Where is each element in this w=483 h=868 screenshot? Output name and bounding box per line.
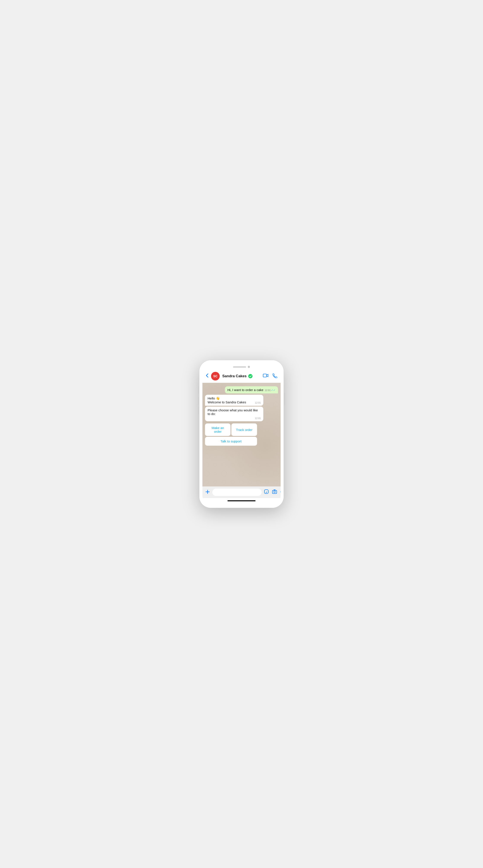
option-buttons: Make an order Track order Talk to suppor… — [205, 424, 257, 446]
svg-point-3 — [274, 491, 276, 493]
phone-call-icon[interactable] — [273, 373, 277, 379]
notch-dot — [248, 366, 250, 368]
talk-to-support-button[interactable]: Talk to support — [205, 437, 257, 446]
chat-area: Hi, I want to order a cake 12:01 ✓✓ Hell… — [202, 383, 281, 487]
message-input[interactable] — [212, 489, 262, 496]
contact-name: Sandra Cakes — [222, 374, 247, 378]
sent-message: Hi, I want to order a cake 12:01 ✓✓ — [225, 386, 278, 394]
option-row-1: Make an order Track order — [205, 424, 257, 436]
received-text-2: Please choose what you would like to do: — [207, 408, 261, 416]
received-message-1: Hello 👋Welcome to Sandra Cakes 12:01 — [205, 395, 263, 406]
home-indicator — [227, 500, 256, 501]
svg-rect-1 — [264, 490, 268, 494]
contact-info: Sandra Cakes — [222, 374, 260, 378]
input-action-icons — [264, 489, 281, 496]
svg-rect-0 — [263, 374, 266, 377]
message-input-bar — [202, 487, 281, 498]
received-message-2: Please choose what you would like to do:… — [205, 407, 263, 421]
microphone-icon[interactable] — [280, 489, 281, 496]
home-indicator-area — [202, 498, 281, 505]
make-order-button[interactable]: Make an order — [205, 424, 230, 436]
received-message-group: Hello 👋Welcome to Sandra Cakes 12:01 Ple… — [205, 395, 263, 421]
phone-frame: SC Sandra Cakes — [199, 360, 284, 508]
track-order-button[interactable]: Track order — [231, 424, 257, 436]
chat-header: SC Sandra Cakes — [202, 370, 281, 383]
back-button[interactable] — [206, 373, 208, 379]
received-time-1: 12:01 — [255, 401, 261, 404]
option-row-2: Talk to support — [205, 437, 257, 446]
video-call-icon[interactable] — [263, 373, 268, 379]
add-attachment-button[interactable] — [205, 489, 210, 495]
verified-icon — [248, 374, 253, 378]
camera-icon[interactable] — [272, 489, 277, 496]
contact-avatar: SC — [211, 372, 220, 380]
header-action-icons — [263, 373, 277, 379]
sent-message-time: 12:01 ✓✓ — [265, 389, 276, 392]
read-receipt-icon: ✓✓ — [271, 389, 276, 392]
notch-bar — [233, 367, 246, 368]
sent-message-text: Hi, I want to order a cake — [227, 388, 263, 392]
sticker-icon[interactable] — [264, 489, 269, 496]
phone-notch — [202, 363, 281, 370]
received-text-1: Hello 👋Welcome to Sandra Cakes — [207, 397, 246, 404]
phone-screen: SC Sandra Cakes — [202, 363, 281, 505]
received-time-2: 12:01 — [255, 417, 261, 420]
